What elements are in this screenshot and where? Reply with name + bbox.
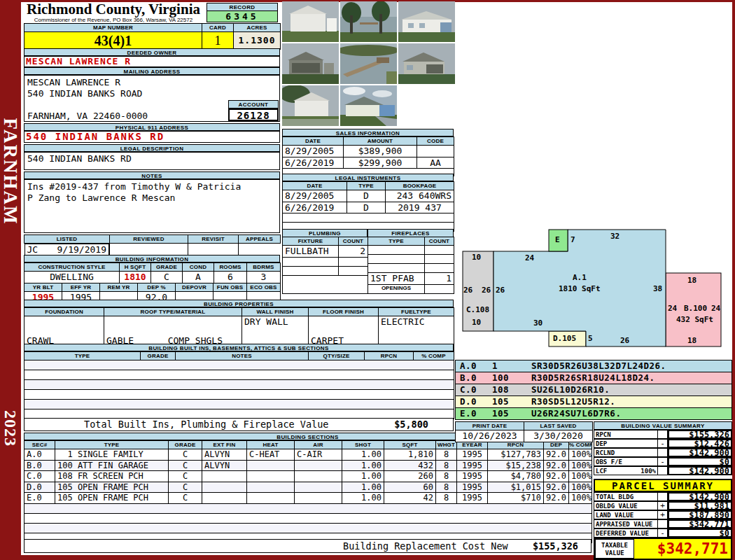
- bs-cell: C: [169, 471, 202, 482]
- bs-cell: 1,810: [384, 449, 436, 461]
- bvs-row: LCF 100% $142,900: [594, 466, 732, 475]
- openings-label: OPENINGS: [368, 284, 425, 293]
- vector-path: R30SD5L12U5R12.: [531, 396, 615, 407]
- photo-1: [282, 1, 339, 42]
- photo-4: [282, 43, 339, 84]
- grade-value: C: [151, 272, 183, 284]
- photo-6: [398, 43, 455, 84]
- bvs-value: $155,326: [668, 430, 732, 439]
- table-row: D.0 105 OPEN FRAME PCH C 1.00 60 8 1995 …: [24, 482, 592, 493]
- parcel-row: OBLDG VALUE + $11,981: [594, 501, 732, 510]
- plumbing-fixture-label: FIXTURE: [283, 237, 339, 246]
- sales-title: SALES INFORMATION: [282, 129, 454, 136]
- deeded-owner-value: MESCAN LAWRENCE R: [24, 56, 280, 67]
- bvs-label: RPCN: [594, 430, 658, 439]
- district-name: FARNHAM: [0, 115, 21, 227]
- built-ins-table: TYPE GRADE NOTES QTY/SIZE RPCN % COMP: [24, 351, 454, 419]
- sketch-dim: 18: [687, 276, 696, 285]
- wall-label: WALL FINISH: [242, 308, 309, 316]
- bs-cell: 1.00: [342, 471, 384, 482]
- photo-5: [340, 43, 397, 84]
- map-number-value: 43(4)1: [24, 32, 202, 50]
- li-bookpage: 2019 437: [386, 202, 454, 214]
- table-row: 1ST PFAB 1: [368, 273, 454, 285]
- bs-h-whgt: WHGT: [436, 441, 457, 449]
- parcel-op: +: [658, 501, 668, 510]
- building-sketch: 10 24 E 7 32 26 26 26 A.1 1810 SqFt 38 C…: [455, 130, 732, 358]
- bs-h-grade: GRADE: [169, 441, 202, 449]
- table-row: E.0 105 OPEN FRAME PCH C 1.00 42 8 1995 …: [24, 493, 592, 504]
- parcel-summary-title: PARCEL SUMMARY: [594, 479, 732, 492]
- notes-label: NOTES: [24, 172, 280, 179]
- print-date-value: 10/26/2023: [456, 430, 524, 442]
- effyr-label: EFF YR: [62, 283, 100, 291]
- bs-cell: 100%: [569, 482, 592, 493]
- bvs-op: -: [658, 439, 668, 448]
- vector-code: 105: [492, 408, 531, 419]
- sales-date: 6/26/2019: [283, 157, 344, 169]
- sketch-area: 1810 SqFt: [559, 285, 601, 293]
- bvs-op: [658, 430, 668, 439]
- bs-cell: 1995: [457, 482, 488, 493]
- sales-date-label: DATE: [283, 137, 344, 146]
- record-label: RECORD: [206, 3, 278, 11]
- photo-grid: [282, 1, 454, 126]
- bs-cell: D.0: [24, 482, 55, 493]
- bs-cell: 105 OPEN FRAME PCH: [55, 482, 169, 493]
- mailing-line-2: 540 INDIAN BANKS ROAD: [27, 88, 276, 99]
- parcel-row: TOTAL BLDG VALUE $142,900: [594, 492, 732, 501]
- li-type: D: [347, 190, 386, 202]
- bvs-value: $142,900: [668, 466, 732, 475]
- sketch-dim: 30: [533, 319, 542, 328]
- built-ins-header-qty: QTY/SIZE: [309, 352, 365, 360]
- built-ins-total-row: Total Built Ins, Plumbing & Fireplace Va…: [24, 418, 454, 431]
- sketch-dim: 24: [525, 254, 534, 262]
- li-bookpage-label: BOOKPAGE: [386, 182, 454, 190]
- hsqft-label: H SQFT: [120, 263, 151, 272]
- floor-label: FLOOR FINISH: [309, 308, 379, 316]
- plumbing-fixture: FULLBATH: [283, 246, 339, 258]
- acres-value: 1.1300: [234, 32, 281, 50]
- building-sections-table: SEC# TYPE GRADE EXT FIN HEAT AIR SHGT SQ…: [24, 440, 592, 543]
- built-ins-header-type: TYPE: [24, 352, 141, 360]
- bs-cell: [202, 471, 247, 482]
- bs-cell: 432: [384, 460, 436, 471]
- photo-empty-cell: [398, 85, 455, 126]
- sketch-dim: 10: [472, 318, 481, 327]
- bs-cell: 1.00: [342, 449, 384, 461]
- sales-amount: $299,900: [344, 157, 417, 169]
- plumbing-count: 2: [339, 246, 368, 258]
- parcel-row: APPRAISED VALUE $342,771: [594, 519, 732, 528]
- openings-value: [425, 284, 454, 293]
- parcel-row: LAND VALUE + $187,890: [594, 510, 732, 519]
- parcel-label: APPRAISED VALUE: [594, 519, 658, 528]
- bs-cell: $15,238: [488, 460, 544, 471]
- revisit-label: REVISIT: [188, 235, 239, 244]
- built-ins-total-label: Total Built Ins, Plumbing & Fireplace Va…: [84, 419, 329, 430]
- physical-address-value: 540 INDIAN BANKS RD: [24, 131, 280, 143]
- card-value: 1: [202, 32, 234, 50]
- bs-cell: 1.00: [342, 460, 384, 471]
- bdrms-label: BDRMS: [247, 263, 281, 272]
- fireplace-type: 1ST PFAB: [368, 273, 425, 285]
- bs-cell: C.0: [24, 471, 55, 482]
- bvs-value: $142,900: [668, 448, 732, 457]
- bs-cell: 100%: [569, 449, 592, 461]
- sketch-section-label: D.105: [553, 335, 576, 343]
- parcel-op: +: [658, 510, 668, 519]
- bs-cell: 92.0: [544, 493, 569, 504]
- bs-h-sqft: SQFT: [384, 441, 436, 449]
- bvs-row: RCLND $142,900: [594, 448, 732, 457]
- vector-path: SR30D5R26U38L32D7L24D26.: [531, 360, 666, 372]
- bvs-label-extra: 100%: [640, 468, 656, 474]
- remyr-label: REM YR: [100, 283, 138, 291]
- mailing-address-label: MAILING ADDRESS: [24, 67, 280, 75]
- vector-path: R30D5R26SR18U24L18D24.: [531, 372, 655, 384]
- bvs-row: RPCN $155,326: [594, 430, 732, 439]
- bs-cell: C: [169, 449, 202, 461]
- bs-cell: $710: [488, 493, 544, 504]
- bs-cell: $1,015: [488, 482, 544, 493]
- replacement-cost-row: Building Replacement Cost New $155,326: [24, 539, 592, 553]
- building-info-title: BUILDING INFORMATION: [24, 255, 280, 262]
- bvs-row: OBS F/E - $0: [594, 457, 732, 466]
